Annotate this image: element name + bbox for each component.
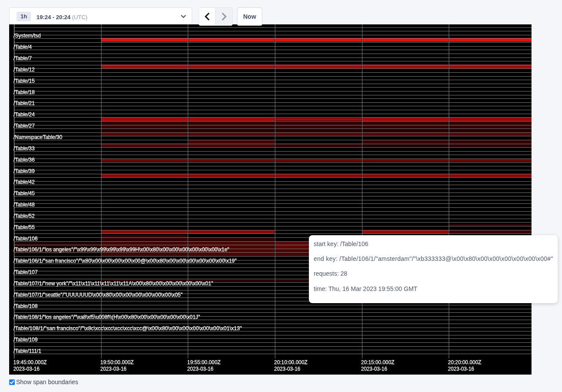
svg-text:/Table/106/1/"san francisco"/": /Table/106/1/"san francisco"/"\x80\x00\x…	[14, 258, 237, 264]
svg-text:/Table/39: /Table/39	[14, 168, 35, 174]
svg-text:20:20:00.000Z: 20:20:00.000Z	[448, 359, 481, 365]
svg-text:/Table/108: /Table/108	[14, 303, 38, 309]
svg-text:/Table/107/1/"new york"/"\x11\: /Table/107/1/"new york"/"\x11\x11\x11\x1…	[14, 280, 213, 287]
svg-text:19:50:00.000Z: 19:50:00.000Z	[100, 359, 134, 365]
svg-text:/Table/109: /Table/109	[14, 337, 38, 343]
svg-text:/Table/108/1/"san francisco"/": /Table/108/1/"san francisco"/"\x8c\xcc\x…	[14, 325, 242, 331]
svg-text:/Table/45: /Table/45	[14, 190, 35, 196]
svg-text:/Table/108/1/"los angeles"/"\x: /Table/108/1/"los angeles"/"\xa8\xf5\u00…	[14, 314, 200, 320]
svg-text:/Table/111/1: /Table/111/1	[14, 348, 41, 354]
svg-text:/Table/33: /Table/33	[14, 145, 35, 152]
svg-text:/Table/15: /Table/15	[14, 78, 35, 84]
svg-text:2023-03-16: 2023-03-16	[448, 365, 474, 372]
svg-text:/NamespaceTable/30: /NamespaceTable/30	[14, 134, 62, 140]
svg-text:/System/tsd: /System/tsd	[14, 33, 41, 39]
svg-text:/Table/107: /Table/107	[14, 269, 38, 275]
svg-text:/Table/18: /Table/18	[14, 89, 35, 95]
svg-text:2023-03-16: 2023-03-16	[14, 365, 40, 372]
svg-text:2023-03-16: 2023-03-16	[361, 365, 387, 372]
svg-text:/Table/21: /Table/21	[14, 100, 35, 106]
svg-text:/Table/52: /Table/52	[14, 213, 35, 219]
svg-text:/Table/55: /Table/55	[14, 224, 35, 230]
svg-text:/Table/36: /Table/36	[14, 157, 35, 163]
svg-text:/Table/48: /Table/48	[14, 202, 35, 208]
svg-text:20:10:00.000Z: 20:10:00.000Z	[274, 359, 308, 365]
svg-text:/Table/4: /Table/4	[14, 44, 32, 50]
svg-text:/Table/7: /Table/7	[14, 55, 32, 61]
svg-text:2023-03-16: 2023-03-16	[100, 365, 126, 372]
svg-text:/Table/106: /Table/106	[14, 236, 38, 242]
svg-text:2023-03-16: 2023-03-16	[274, 365, 300, 372]
svg-text:19:55:00.000Z: 19:55:00.000Z	[187, 359, 221, 365]
svg-text:/Table/106/1/"los angeles"/"\x: /Table/106/1/"los angeles"/"\x99\x99\x99…	[14, 247, 229, 253]
svg-text:/Table/42: /Table/42	[14, 179, 35, 185]
svg-text:/Table/24: /Table/24	[14, 112, 35, 118]
svg-text:19:45:00.000Z: 19:45:00.000Z	[14, 359, 47, 365]
svg-text:/Table/107/1/"seattle"/"UUUUUU: /Table/107/1/"seattle"/"UUUUUUD\x00\x80\…	[14, 292, 183, 298]
svg-text:2023-03-16: 2023-03-16	[187, 365, 213, 372]
svg-text:/Table/27: /Table/27	[14, 123, 35, 129]
svg-text:/Table/12: /Table/12	[14, 67, 35, 73]
svg-text:20:15:00.000Z: 20:15:00.000Z	[361, 359, 395, 365]
